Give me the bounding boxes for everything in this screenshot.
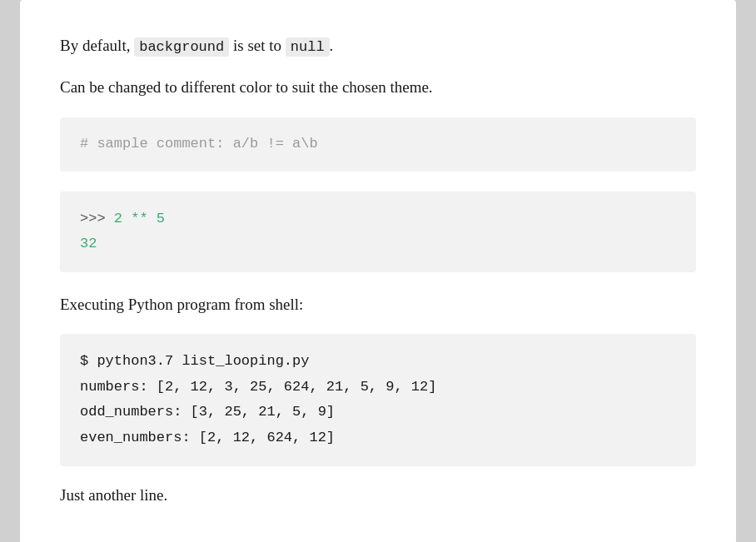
background-code: background (134, 37, 229, 57)
line1-middle: is set to (229, 37, 286, 54)
shell-block: $ python3.7 list_looping.py numbers: [2,… (60, 334, 696, 465)
prompt-expression: 2 ** 5 (114, 211, 165, 226)
shell-line-3: odd_numbers: [3, 25, 21, 5, 9] (80, 400, 676, 425)
line1-suffix: . (330, 37, 334, 54)
shell-line-1: $ python3.7 list_looping.py (80, 349, 676, 375)
comment-block: # sample comment: a/b != a\b (60, 117, 696, 172)
null-code: null (286, 37, 330, 57)
description-line: Can be changed to different color to sui… (60, 75, 696, 100)
prompt-symbol: >>> (80, 211, 114, 226)
intro-line: By default, background is set to null. (60, 33, 696, 58)
comment-text: # sample comment: a/b != a\b (80, 136, 318, 152)
python-interactive-block: >>> 2 ** 5 32 (60, 191, 696, 272)
content-card: By default, background is set to null. C… (20, 0, 736, 542)
shell-line-4: even_numbers: [2, 12, 624, 12] (80, 425, 676, 451)
output-value: 32 (80, 236, 97, 251)
shell-line-2: numbers: [2, 12, 3, 25, 624, 21, 5, 9, 1… (80, 375, 676, 400)
last-line: Just another line. (60, 486, 696, 505)
python-prompt-line: >>> 2 ** 5 (80, 206, 676, 232)
shell-label: Executing Python program from shell: (60, 292, 696, 317)
python-output-line: 32 (80, 231, 676, 257)
line1-prefix: By default, (60, 37, 134, 54)
